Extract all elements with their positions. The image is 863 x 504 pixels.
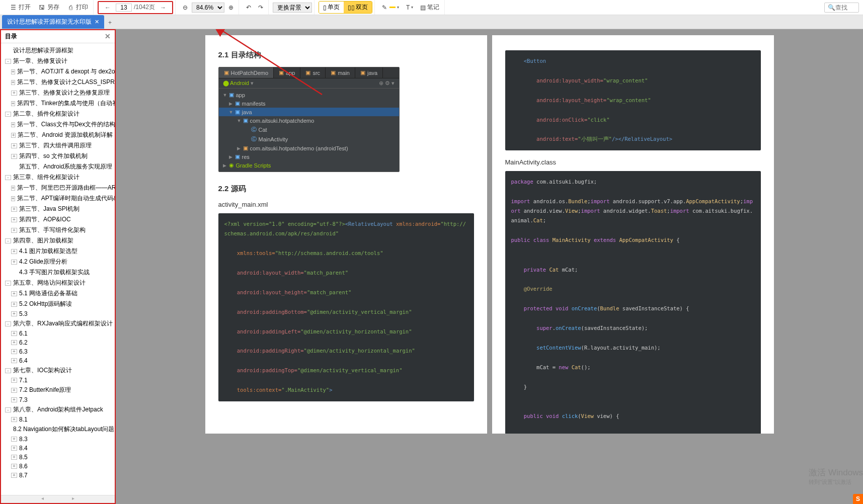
toc-item[interactable]: 4.3 手写图片加载框架实战 [1,267,115,278]
toc-item[interactable]: +第四节、so 文件加载机制 [1,151,115,161]
toc-item[interactable]: 8.2 Navigation如何解决tabLayout问题 [1,424,115,435]
expand-icon[interactable]: + [11,340,17,345]
expand-icon[interactable]: + [11,358,17,363]
toc-item[interactable]: +第二节、Android 资源加载机制详解 [1,130,115,140]
open-button[interactable]: ☰打开 [6,2,34,13]
expand-icon[interactable]: + [11,122,15,127]
toc-item[interactable]: +8.7 [1,471,115,480]
expand-icon[interactable]: + [11,417,17,422]
page-viewport[interactable]: 2.1 目录结构 ▣ HotPatchDemo▣ app▣ src▣ main▣… [116,29,863,504]
toc-item[interactable]: +第一节、阿里巴巴开源路由框——ARouter [1,183,115,193]
toc-item[interactable]: +第四节、Tinker的集成与使用（自动补丁 [1,98,115,109]
toc-item[interactable]: +7.1 [1,376,115,385]
expand-icon[interactable]: + [11,154,17,159]
search-input[interactable] [835,4,855,11]
next-page-button[interactable]: → [157,3,169,12]
zoom-in-button[interactable]: ⊕ [225,3,237,13]
expand-icon[interactable]: + [11,473,17,478]
toc-item[interactable]: -第三章、组件化框架设计 [1,172,115,183]
expand-icon[interactable]: - [5,281,11,286]
expand-icon[interactable]: + [11,196,15,201]
notes-button[interactable]: ▤笔记 [417,2,442,13]
toc-item[interactable]: +7.3 [1,395,115,404]
expand-icon[interactable]: + [11,260,17,265]
sidebar-resize[interactable]: ◂▸ [1,495,115,503]
toc-item[interactable]: +6.4 [1,356,115,365]
toc-item[interactable]: -第七章、IOC架构设计 [1,365,115,376]
document-tab[interactable]: 设计思想解读开源框架无水印版 ✕ [2,15,104,29]
expand-icon[interactable]: + [11,331,17,336]
expand-icon[interactable]: + [11,101,15,106]
toc-item[interactable]: -第二章、插件化框架设计 [1,109,115,119]
expand-icon[interactable]: + [11,186,15,191]
toc-item[interactable]: +第四节、AOP&IOC [1,214,115,225]
toc-item[interactable]: +第二节、APT编译时期自动生成代码&动 [1,193,115,204]
toc-item[interactable]: +6.3 [1,347,115,356]
expand-icon[interactable]: + [11,80,15,85]
toc-item[interactable]: 设计思想解读开源框架 [1,45,115,56]
search-box[interactable]: 🔍 [824,3,859,13]
toc-item[interactable]: +第二节、热修复设计之CLASS_ISPREVERIFIED [1,77,115,88]
toc-item[interactable]: +第五节、手写组件化架构 [1,225,115,235]
ime-badge[interactable]: S [853,494,863,504]
expand-icon[interactable]: + [11,302,17,307]
toc-item[interactable]: +8.5 [1,453,115,462]
toc-item[interactable]: +8.3 [1,435,115,444]
expand-icon[interactable]: + [11,437,17,442]
expand-icon[interactable]: - [5,175,11,180]
expand-icon[interactable]: + [11,397,17,402]
expand-icon[interactable]: + [11,133,16,138]
toc-item[interactable]: +5.3 [1,309,115,318]
expand-icon[interactable]: + [11,228,17,233]
save-button[interactable]: 🖫另存 [35,2,62,13]
expand-icon[interactable]: + [11,446,17,451]
toc-list[interactable]: 设计思想解读开源框架-第一章、热修复设计+第一节、AOT/JIT & dexop… [1,43,115,495]
background-select[interactable]: 更换背景 [273,3,312,13]
toc-item[interactable]: +第一节、Class文件与Dex文件的结构解读 [1,119,115,130]
redo-button[interactable]: ↷ [255,3,266,13]
toc-item[interactable]: -第六章、RXJava响应式编程框架设计 [1,318,115,329]
expand-icon[interactable]: - [5,321,11,326]
expand-icon[interactable]: + [11,311,17,316]
expand-icon[interactable]: + [11,207,17,212]
toc-item[interactable]: +5.1 网络通信必备基础 [1,288,115,299]
toc-item[interactable]: +第一节、AOT/JIT & dexopt 与 dex2oat [1,66,115,77]
page-input[interactable] [116,4,132,12]
toc-item[interactable]: +4.1 图片加载框架选型 [1,246,115,257]
expand-icon[interactable]: + [11,217,17,222]
expand-icon[interactable]: + [11,378,17,383]
single-page-button[interactable]: ▯单页 [319,2,344,13]
toc-item[interactable]: +8.6 [1,462,115,471]
toc-item[interactable]: +6.1 [1,329,115,338]
double-page-button[interactable]: ▯▯双页 [344,2,372,13]
expand-icon[interactable]: + [11,349,17,354]
expand-icon[interactable]: + [11,291,17,296]
expand-icon[interactable]: + [11,464,17,469]
expand-icon[interactable]: + [11,91,17,96]
undo-button[interactable]: ↶ [243,3,254,13]
print-button[interactable]: ⎙打印 [63,2,91,13]
zoom-out-button[interactable]: ⊖ [180,3,191,13]
toc-item[interactable]: -第五章、网络访问框架设计 [1,278,115,288]
toc-item[interactable]: 第五节、Android系统服务实现原理 [1,161,115,172]
zoom-select[interactable]: 84.6% [192,3,224,13]
sidebar-close-icon[interactable]: ✕ [105,32,111,41]
toc-item[interactable]: +第三节、Java SPI机制 [1,204,115,214]
toc-item[interactable]: +8.1 [1,415,115,424]
highlight-button[interactable]: ✎▾ [379,3,402,13]
expand-icon[interactable]: + [11,455,17,460]
toc-item[interactable]: +第三节、四大组件调用原理 [1,140,115,151]
toc-item[interactable]: -第四章、图片加载框架 [1,235,115,246]
prev-page-button[interactable]: ← [102,3,114,12]
toc-item[interactable]: +7.2 ButterKnife原理 [1,385,115,395]
expand-icon[interactable]: - [5,238,11,243]
expand-icon[interactable]: - [5,407,11,412]
expand-icon[interactable]: - [5,59,11,64]
expand-icon[interactable]: - [5,112,11,117]
expand-icon[interactable]: + [11,388,17,393]
expand-icon[interactable]: + [11,69,15,74]
expand-icon[interactable]: - [5,368,11,373]
expand-icon[interactable]: + [11,143,17,148]
toc-item[interactable]: +8.4 [1,444,115,453]
toc-item[interactable]: -第一章、热修复设计 [1,56,115,66]
